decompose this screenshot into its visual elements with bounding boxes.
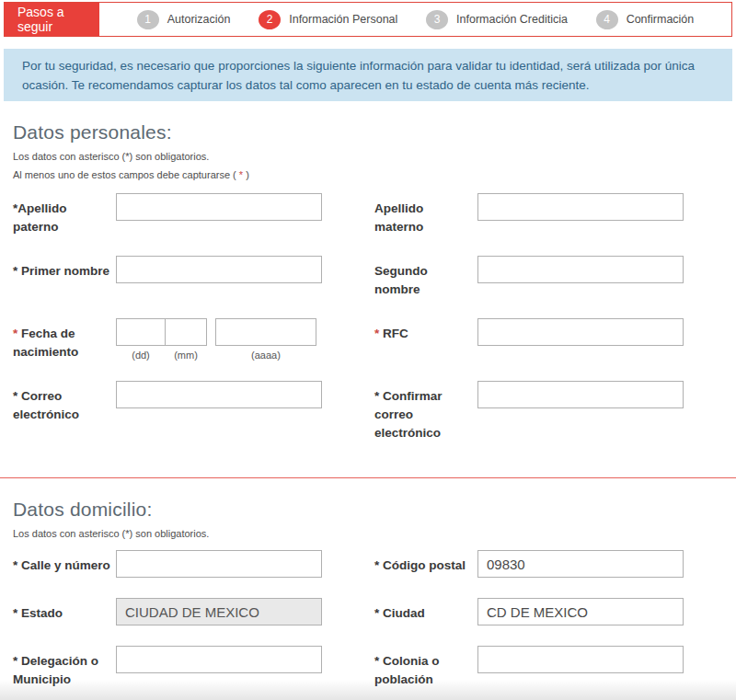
rfc-input[interactable]: [477, 318, 684, 346]
step-3-circle: 3: [426, 10, 448, 29]
delegacion-input[interactable]: [116, 646, 322, 673]
step-informacion-crediticia: 3 Información Crediticia: [426, 10, 568, 29]
stepper-steps: 1 Autorización 2 Información Personal 3 …: [99, 3, 731, 36]
correo-input[interactable]: [116, 381, 322, 408]
personal-atleast-note: Al menos uno de estos campos debe captur…: [13, 169, 723, 180]
domicilio-section-title: Datos domicilio:: [13, 499, 723, 521]
rfc-label: * RFC: [374, 318, 477, 343]
fecha-sublabels: (dd) (mm) (aaaa): [116, 350, 316, 361]
fecha-sub-dd: (dd): [116, 350, 166, 361]
apellido-materno-input[interactable]: [477, 193, 684, 221]
ciudad-field: * Ciudad: [374, 598, 723, 625]
apellido-materno-label: Apellido materno: [374, 193, 477, 235]
colonia-field: * Colonia o población: [374, 646, 723, 688]
delegacion-label: * Delegación o Municipio: [13, 646, 116, 688]
step-4-label: Confirmación: [627, 13, 695, 26]
page: Pasos a seguir 1 Autorización 2 Informac…: [0, 0, 736, 700]
red-asterisk: *: [374, 327, 379, 340]
correo-label: * Correo electrónico: [13, 381, 116, 423]
step-informacion-personal: 2 Información Personal: [259, 10, 397, 29]
apellido-paterno-label: *Apellido paterno: [13, 193, 116, 235]
correo-field: * Correo electrónico: [13, 381, 374, 442]
ciudad-input[interactable]: [477, 598, 684, 625]
segundo-nombre-label: Segundo nombre: [374, 256, 477, 298]
apellido-paterno-field: *Apellido paterno: [13, 193, 374, 235]
calle-label: * Calle y número: [13, 550, 116, 575]
fecha-nacimiento-label: * Fecha de nacimiento: [13, 318, 116, 361]
primer-nombre-input[interactable]: [116, 256, 322, 283]
fecha-dd-input[interactable]: [116, 318, 166, 346]
step-4-circle: 4: [596, 10, 618, 29]
calle-field: * Calle y número: [13, 550, 374, 578]
step-confirmacion: 4 Confirmación: [596, 10, 695, 29]
ciudad-label: * Ciudad: [374, 598, 477, 623]
codigo-postal-field: * Código postal: [374, 550, 723, 578]
delegacion-field: * Delegación o Municipio: [13, 646, 374, 688]
segundo-nombre-input[interactable]: [477, 256, 684, 283]
domicilio-section: Datos domicilio: Los datos con asterisco…: [0, 499, 736, 688]
estado-input: [116, 598, 322, 625]
primer-nombre-field: * Primer nombre: [13, 256, 374, 298]
fecha-sub-aaaa: (aaaa): [215, 350, 316, 361]
personal-required-note: Los datos con asterisco (*) son obligato…: [13, 151, 723, 162]
primer-nombre-label: * Primer nombre: [13, 256, 116, 281]
personal-section-title: Datos personales:: [13, 121, 723, 143]
codigo-postal-input[interactable]: [477, 550, 684, 578]
step-3-label: Información Crediticia: [456, 13, 568, 26]
codigo-postal-label: * Código postal: [374, 550, 477, 575]
apellido-materno-field: Apellido materno: [374, 193, 723, 235]
red-asterisk: *: [13, 327, 17, 340]
section-divider-red: [0, 477, 736, 478]
security-notice: Por tu seguridad, es necesario que propo…: [4, 49, 732, 101]
stepper-title: Pasos a seguir: [5, 3, 99, 36]
fecha-mm-input[interactable]: [165, 318, 207, 346]
calle-input[interactable]: [116, 550, 322, 578]
fecha-nacimiento-field: * Fecha de nacimiento (dd) (mm) (aaaa): [13, 318, 374, 361]
step-2-circle: 2: [259, 10, 281, 29]
confirmar-correo-field: * Confirmar correo electrónico: [374, 381, 723, 442]
estado-field: * Estado: [13, 598, 374, 625]
rfc-field: * RFC: [374, 318, 723, 361]
colonia-label: * Colonia o población: [374, 646, 477, 688]
confirmar-correo-label: * Confirmar correo electrónico: [374, 381, 477, 442]
fecha-sub-mm: (mm): [165, 350, 207, 361]
estado-label: * Estado: [13, 598, 116, 623]
step-1-label: Autorización: [167, 13, 231, 26]
step-autorizacion: 1 Autorización: [137, 10, 231, 29]
domicilio-required-note: Los datos con asterisco (*) son obligato…: [13, 528, 723, 539]
colonia-input[interactable]: [477, 646, 684, 673]
step-2-label: Información Personal: [289, 13, 397, 26]
personal-section: Datos personales: Los datos con asterisc…: [0, 121, 736, 442]
apellido-paterno-input[interactable]: [116, 193, 322, 221]
segundo-nombre-field: Segundo nombre: [374, 256, 723, 298]
stepper: Pasos a seguir 1 Autorización 2 Informac…: [4, 2, 732, 37]
fecha-aaaa-input[interactable]: [215, 318, 316, 346]
step-1-circle: 1: [137, 10, 159, 29]
confirmar-correo-input[interactable]: [477, 381, 684, 408]
